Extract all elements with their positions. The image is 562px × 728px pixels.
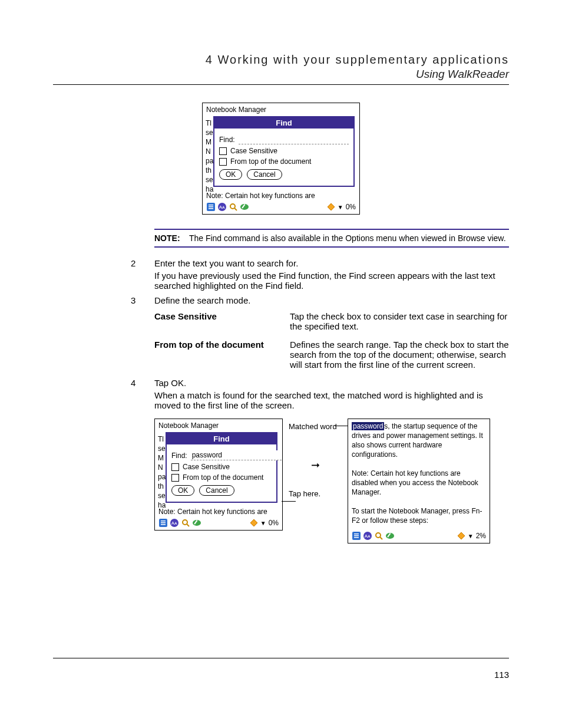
find-input[interactable] (239, 134, 349, 144)
case-sensitive-checkbox[interactable] (219, 147, 227, 155)
svg-rect-14 (161, 524, 166, 525)
callout-column: Matched word ➞ Tap here. (289, 419, 342, 498)
search-icon[interactable] (181, 518, 190, 528)
font-icon[interactable]: Aᴀ (170, 518, 179, 528)
background-text: Tl se M N pa th se ha (206, 118, 213, 194)
step-number: 2 (131, 258, 154, 268)
result-para3: To start the Notebook Manager, press Fn-… (352, 507, 482, 525)
nav-icon[interactable] (457, 532, 465, 540)
cancel-button[interactable]: Cancel (199, 485, 234, 496)
callout-line (282, 501, 296, 502)
find-dialog: Find Find: Case Sensitive From top of th… (166, 432, 277, 503)
bottom-toolbar: Aᴀ ▼ 0% (203, 201, 359, 214)
matched-word: password (352, 422, 384, 430)
font-icon[interactable]: Aᴀ (363, 531, 372, 541)
step-number: 3 (131, 295, 154, 305)
footer-rule (53, 658, 509, 658)
search-icon[interactable] (229, 202, 238, 212)
note-line: Note: Certain hot key functions are (155, 505, 282, 517)
step-number: 4 (131, 378, 154, 388)
note-prefix: NOTE: (154, 233, 180, 243)
note-callout: NOTE: The Find command is also available… (154, 229, 509, 248)
ok-button[interactable]: OK (171, 485, 194, 496)
step-text: Tap OK. (154, 378, 509, 388)
find-dialog: Find Find: Case Sensitive From top of th… (213, 116, 355, 187)
chapter-title: 4 Working with your supplementary applic… (53, 53, 509, 67)
svg-rect-2 (209, 206, 213, 207)
find-input[interactable] (191, 450, 282, 460)
svg-line-7 (234, 208, 237, 210)
app-title: Notebook Manager (155, 419, 282, 431)
percent-label: 0% (269, 519, 279, 527)
matched-word-callout: Matched word (289, 422, 342, 431)
step-2: 2 Enter the text you want to search for. (131, 258, 509, 268)
percent-label: 2% (476, 532, 486, 540)
step-4-sub: When a match is found for the searched t… (154, 390, 509, 410)
font-icon[interactable]: Aᴀ (217, 202, 227, 212)
step-text: Define the search mode. (154, 295, 509, 305)
list-icon[interactable] (206, 202, 216, 212)
svg-point-6 (230, 204, 235, 209)
case-sensitive-label: Case Sensitive (183, 463, 230, 471)
bottom-toolbar: Aᴀ ▼ 2% (348, 530, 490, 543)
result-figures: Notebook Manager Tl se M N pa th se ha F… (154, 419, 509, 543)
edit-icon[interactable] (385, 531, 395, 541)
svg-text:Aᴀ: Aᴀ (171, 521, 177, 526)
app-title: Notebook Manager (203, 103, 359, 115)
page-header: 4 Working with your supplementary applic… (53, 53, 509, 81)
cancel-button[interactable]: Cancel (247, 169, 282, 180)
svg-text:Aᴀ: Aᴀ (219, 205, 225, 210)
step-4: 4 Tap OK. (131, 378, 509, 388)
from-top-label: From top of the document (230, 157, 311, 166)
dropdown-icon[interactable]: ▼ (338, 204, 343, 210)
from-top-checkbox[interactable] (171, 474, 179, 482)
def-term-top: From top of the document (154, 340, 290, 370)
svg-rect-24 (354, 535, 359, 536)
list-icon[interactable] (158, 518, 168, 528)
list-icon[interactable] (352, 531, 361, 541)
edit-icon[interactable] (192, 518, 201, 528)
definitions: Case Sensitive Tap the check box to cons… (154, 311, 509, 370)
bottom-toolbar: Aᴀ ▼ 0% (155, 517, 282, 530)
result-screenshot: passwords, the startup sequence of the d… (348, 419, 490, 543)
svg-point-28 (376, 533, 381, 538)
note-text: The Find command is also available in th… (189, 233, 506, 243)
dropdown-icon[interactable]: ▼ (468, 533, 474, 539)
svg-rect-12 (161, 521, 166, 522)
search-icon[interactable] (374, 531, 384, 541)
find-label: Find: (219, 136, 235, 144)
note-line: Note: Certain hot key functions are (203, 189, 359, 201)
step-text: Enter the text you want to search for. (154, 258, 509, 268)
result-para2: Note: Certain hot key functions are disa… (352, 469, 478, 496)
ok-button[interactable]: OK (219, 169, 242, 180)
find-dialog-filled-screenshot: Notebook Manager Tl se M N pa th se ha F… (154, 419, 283, 531)
find-dialog-screenshot: Notebook Manager Tl se M N pa th se ha F… (202, 103, 360, 215)
case-sensitive-checkbox[interactable] (171, 463, 179, 471)
def-desc-top: Defines the search range. Tap the check … (290, 340, 509, 370)
svg-line-29 (380, 537, 382, 539)
find-dialog-title: Find (214, 117, 353, 129)
arrow-icon: ➞ (311, 459, 320, 472)
dropdown-icon[interactable]: ▼ (260, 520, 266, 526)
background-text: Tl se M N pa th se ha (158, 434, 166, 510)
tap-here-callout: Tap here. (289, 489, 342, 498)
nav-icon[interactable] (250, 519, 258, 527)
svg-rect-13 (161, 522, 166, 523)
svg-text:Aᴀ: Aᴀ (365, 533, 371, 539)
svg-marker-32 (458, 532, 465, 539)
callout-line (335, 426, 349, 426)
case-sensitive-label: Case Sensitive (230, 147, 277, 155)
edit-icon[interactable] (240, 202, 249, 212)
subtitle: Using WalkReader (53, 68, 509, 81)
from-top-label: From top of the document (183, 473, 263, 482)
def-desc-case: Tap the check box to consider text case … (290, 311, 509, 331)
nav-icon[interactable] (327, 203, 335, 211)
find-label: Find: (171, 452, 187, 460)
svg-rect-25 (354, 537, 359, 538)
from-top-checkbox[interactable] (219, 158, 227, 166)
find-dialog-title: Find (167, 433, 276, 444)
header-rule (53, 84, 509, 85)
svg-rect-3 (209, 208, 213, 209)
step-2-sub: If you have previously used the Find fun… (154, 271, 509, 291)
svg-point-17 (183, 520, 187, 525)
